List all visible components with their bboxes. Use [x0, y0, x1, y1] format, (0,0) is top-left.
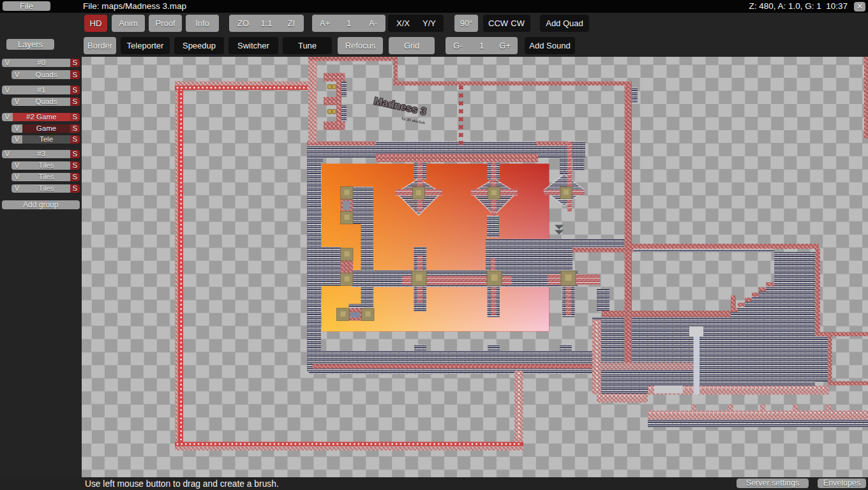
svg-text:Madness 3: Madness 3 — [373, 95, 427, 117]
svg-text:by JD aka Dzh: by JD aka Dzh — [401, 116, 426, 125]
